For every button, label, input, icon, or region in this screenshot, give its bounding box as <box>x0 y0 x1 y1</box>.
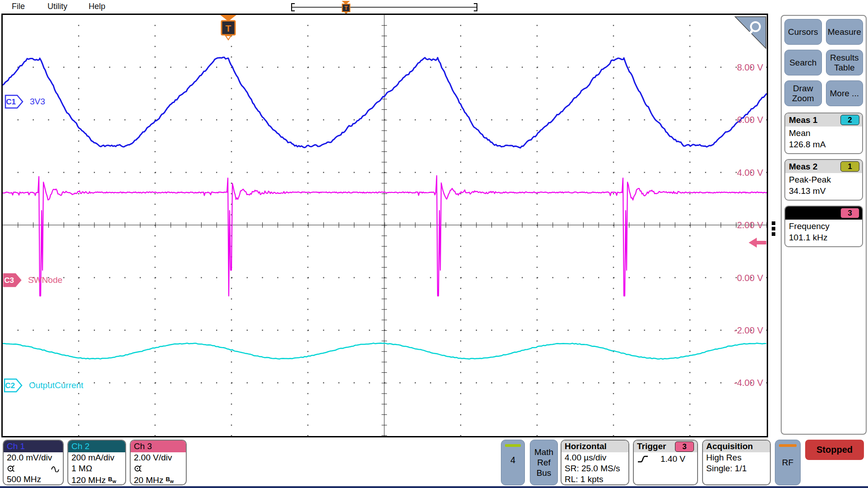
acquisition-title: Acquisition <box>706 441 753 452</box>
horizontal-record-length: RL: 1 kpts <box>561 474 628 485</box>
trigger-title: Trigger <box>637 441 666 452</box>
menu-file[interactable]: File <box>12 2 25 11</box>
voltage-scale-label: 6.00 V <box>737 115 763 125</box>
measurement-source-badge: 1 <box>840 161 859 172</box>
trigger-level-value: 1.40 V <box>660 454 685 465</box>
panel-button-measure[interactable]: Measure <box>826 19 863 45</box>
channel-badge-c3[interactable]: C3SWNode <box>3 273 62 287</box>
channel-name: Ch 3 <box>131 441 186 452</box>
channel-name: Ch 2 <box>68 441 125 452</box>
measurement-value: 34.13 mV <box>789 185 859 197</box>
acquisition-mode: High Res <box>703 452 770 463</box>
channel-4-color-line <box>505 444 521 447</box>
run-stop-status-button[interactable]: Stopped <box>805 440 864 460</box>
panel-button-draw-zoom[interactable]: Draw Zoom <box>784 80 822 106</box>
channel-label: 3V3 <box>30 97 45 107</box>
panel-button-grid: CursorsMeasureSearchResults TableDraw Zo… <box>784 19 863 106</box>
trigger-position-marker-icon[interactable]: T <box>220 15 236 40</box>
add-channel-4-label: 4 <box>501 455 524 465</box>
voltage-scale-label: 0.00 V <box>737 273 763 283</box>
measurement-card-3[interactable]: 3Frequency101.1 kHz <box>784 206 863 247</box>
measurement-source-badge: 3 <box>840 208 859 218</box>
panel-button-more[interactable]: More ... <box>826 80 863 106</box>
menu-help[interactable]: Help <box>89 2 105 11</box>
trigger-level-arrow-icon[interactable] <box>749 238 766 248</box>
channel-impedance: 1 MΩ <box>71 463 92 474</box>
voltage-scale-label: -4.00 V <box>734 378 764 388</box>
panel-button-cursors[interactable]: Cursors <box>784 19 822 45</box>
menu-utility[interactable]: Utility <box>47 2 67 11</box>
channel-scale: 200 mA/div <box>68 452 125 463</box>
right-control-panel: CursorsMeasureSearchResults TableDraw Zo… <box>781 15 867 435</box>
svg-text:C1: C1 <box>6 98 16 106</box>
channel-scale: 20.0 mV/div <box>4 452 63 463</box>
rising-edge-icon <box>637 455 649 464</box>
channel-badge-c1[interactable]: C13V3 <box>5 94 45 109</box>
horizontal-title: Horizontal <box>565 441 607 452</box>
measurement-card-2[interactable]: Meas 21Peak-Peak34.13 mV <box>784 159 863 201</box>
measurement-card-1[interactable]: Meas 12Mean126.8 mA <box>784 113 863 154</box>
measurement-cards: Meas 12Mean126.8 mAMeas 21Peak-Peak34.13… <box>784 113 863 247</box>
divider-dot <box>772 227 775 230</box>
channel-arrow-badge-icon: C2 <box>4 378 23 393</box>
rf-color-line <box>779 444 797 447</box>
svg-text:C3: C3 <box>4 276 14 285</box>
channel-bandwidth: 500 MHz <box>7 474 41 485</box>
channel-arrow-badge-icon: C1 <box>5 94 24 109</box>
measurement-value: 101.1 kHz <box>789 232 859 243</box>
probe-icon <box>7 465 15 473</box>
horizontal-sample-rate: SR: 25.0 MS/s <box>561 463 628 474</box>
measurement-value: 126.8 mA <box>789 139 859 150</box>
measurement-source-badge: 2 <box>840 115 859 125</box>
rf-label: RF <box>775 458 800 468</box>
measurement-type: Peak-Peak <box>789 174 859 185</box>
channel-scale: 2.00 V/div <box>131 452 186 463</box>
acquisition-count: Single: 1/1 <box>703 463 770 474</box>
svg-text:C2: C2 <box>5 381 15 390</box>
horizontal-position-indicator[interactable]: T <box>285 0 484 14</box>
voltage-scale-label: 2.00 V <box>737 220 763 230</box>
acquisition-settings-box[interactable]: Acquisition High Res Single: 1/1 <box>702 440 771 485</box>
waveform-display-area[interactable]: 8.00 V6.00 V4.00 V2.00 V0.00 V-2.00 V-4.… <box>1 14 768 437</box>
horizontal-settings-box[interactable]: Horizontal 4.00 µs/div SR: 25.0 MS/s RL:… <box>561 440 629 485</box>
math-ref-bus-button[interactable]: Math Ref Bus <box>530 440 558 485</box>
draw-zoom-corner-button[interactable] <box>735 17 766 48</box>
channel-label: SWNode <box>28 275 62 285</box>
measurement-type: Frequency <box>789 221 859 232</box>
divider-dot <box>772 232 775 236</box>
trigger-position-flag-icon: T <box>342 1 350 14</box>
horizontal-scale: 4.00 µs/div <box>561 452 628 463</box>
channel-badge-c2[interactable]: C2OutputCurrent <box>4 378 83 393</box>
svg-text:T: T <box>226 23 231 33</box>
trigger-source-badge: 3 <box>675 441 694 452</box>
measurement-type: Mean <box>789 127 859 139</box>
svg-text:T: T <box>344 5 348 11</box>
probe-icon <box>134 465 142 473</box>
channel-arrow-badge-icon: C3 <box>3 273 22 287</box>
voltage-scale-label: 8.00 V <box>737 62 763 72</box>
voltage-scale-label: 4.00 V <box>737 168 763 178</box>
menu-bar: File Utility Help T <box>0 0 868 14</box>
bandwidth-limit-icon: BW <box>165 474 174 485</box>
channel-box-ch2[interactable]: Ch 2200 mA/div1 MΩ120 MHzBW <box>67 440 126 485</box>
voltage-scale-label: -2.00 V <box>734 325 764 335</box>
channel-bandwidth: 20 MHz <box>134 475 163 485</box>
panel-button-results-table[interactable]: Results Table <box>826 50 863 75</box>
rf-button[interactable]: RF <box>775 440 801 485</box>
bottom-settings-bar: Ch 120.0 mV/div500 MHz Ch 2200 mA/div1 M… <box>0 437 868 488</box>
measurement-title: Meas 1 <box>789 115 817 125</box>
channel-box-ch3[interactable]: Ch 32.00 V/div20 MHzBW <box>130 440 187 485</box>
divider-dot <box>772 221 775 225</box>
bandwidth-limit-icon: BW <box>108 474 116 485</box>
channel-bandwidth: 120 MHz <box>71 475 106 485</box>
trigger-settings-box[interactable]: Trigger 3 1.40 V <box>633 440 698 485</box>
add-channel-4-button[interactable]: 4 <box>501 440 525 485</box>
ac-coupling-icon <box>51 465 60 472</box>
panel-button-search[interactable]: Search <box>784 50 822 75</box>
channel-name: Ch 1 <box>4 441 63 452</box>
channel-box-ch1[interactable]: Ch 120.0 mV/div500 MHz <box>3 440 64 485</box>
measurement-title: Meas 2 <box>789 162 817 172</box>
window-bottom-edge <box>0 486 868 488</box>
channel-label: OutputCurrent <box>29 380 83 390</box>
graticule-and-waveforms: 8.00 V6.00 V4.00 V2.00 V0.00 V-2.00 V-4.… <box>3 15 767 436</box>
